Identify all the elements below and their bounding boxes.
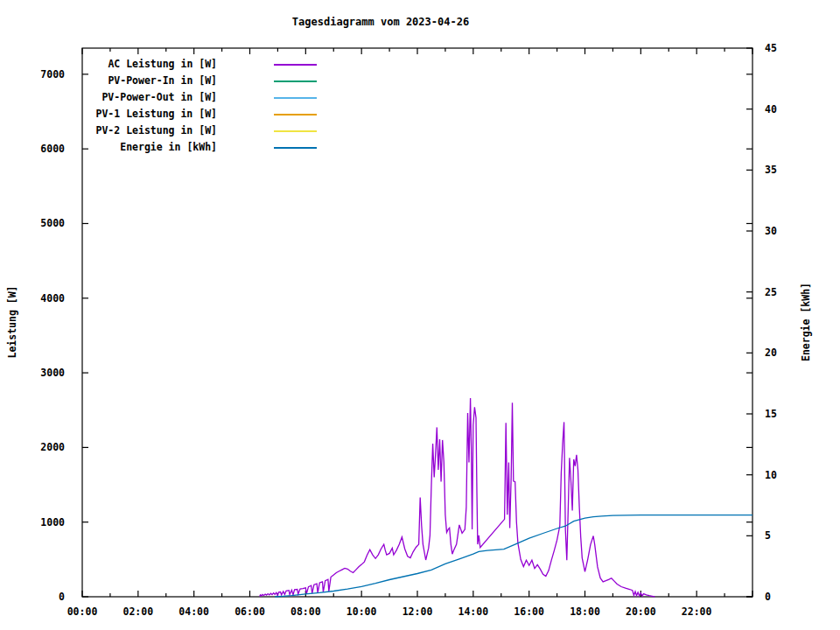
y2-tick-label: 35	[765, 164, 777, 176]
legend-label-4: PV-2 Leistung in [W]	[33, 124, 217, 137]
legend-label-3: PV-1 Leistung in [W]	[33, 108, 217, 121]
y2-tick-label: 25	[765, 286, 777, 298]
x-tick-label: 14:00	[447, 606, 500, 618]
x-tick-label: 18:00	[559, 606, 612, 618]
y2-tick-label: 45	[765, 42, 777, 54]
legend-line-icon	[274, 147, 317, 149]
x-tick-label: 22:00	[670, 606, 723, 618]
legend-line-icon	[274, 114, 317, 116]
x-tick-label: 08:00	[279, 606, 332, 618]
series-line-5	[275, 515, 752, 597]
legend-line-icon	[274, 80, 317, 82]
legend-line-icon	[274, 130, 317, 132]
x-tick-label: 12:00	[391, 606, 444, 618]
legend-label-5: Energie in [kWh]	[33, 141, 217, 154]
y2-tick-label: 40	[765, 103, 777, 116]
x-tick-label: 16:00	[503, 606, 556, 618]
y2-tick-label: 5	[765, 529, 771, 542]
y2-tick-label: 20	[765, 346, 777, 359]
legend-line-icon	[274, 64, 317, 66]
y2-tick-label: 0	[765, 591, 771, 603]
series-line-0	[260, 398, 655, 597]
y-tick-label: 3000	[5, 367, 65, 379]
x-tick-label: 10:00	[335, 606, 388, 618]
legend-label-1: PV-Power-In in [W]	[33, 74, 217, 88]
y-tick-label: 1000	[5, 516, 65, 528]
y-tick-label: 5000	[5, 217, 65, 229]
x-tick-label: 00:00	[56, 606, 108, 618]
y-tick-label: 0	[5, 591, 65, 603]
y2-tick-label: 30	[765, 225, 777, 237]
x-tick-label: 02:00	[112, 606, 164, 618]
y2-tick-label: 10	[765, 469, 777, 481]
y-tick-label: 2000	[5, 441, 65, 453]
y2-tick-label: 15	[765, 408, 777, 420]
x-tick-label: 04:00	[168, 606, 220, 618]
legend-label-0: AC Leistung in [W]	[33, 58, 217, 71]
legend-label-2: PV-Power-Out in [W]	[33, 91, 217, 104]
x-tick-label: 06:00	[224, 606, 276, 618]
legend-line-icon	[274, 97, 317, 99]
chart-canvas: Tagesdiagramm vom 2023-04-26 Leistung [W…	[0, 0, 840, 630]
x-tick-label: 20:00	[614, 606, 667, 618]
y-tick-label: 4000	[5, 292, 65, 304]
